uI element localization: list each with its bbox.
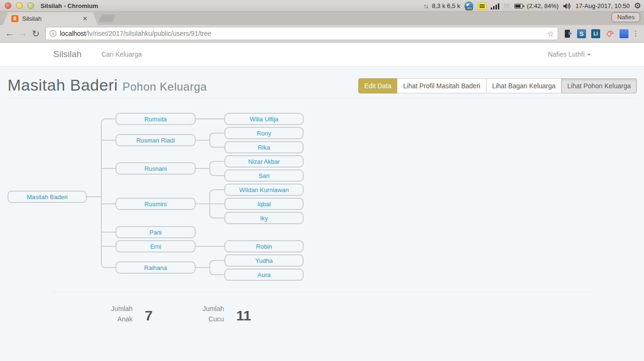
- battery-icon[interactable]: [514, 4, 523, 8]
- back-button[interactable]: ←: [3, 28, 16, 39]
- chevron-down-icon: [587, 54, 591, 56]
- settings-gear-icon[interactable]: ⚙: [634, 2, 641, 10]
- lihat-profil-button[interactable]: Lihat Profil Masitah Baderi: [397, 78, 486, 93]
- tree-node[interactable]: Aura: [224, 269, 304, 281]
- address-bar[interactable]: ⓘ localhost/lv/riset/2017/silsilahku/pub…: [45, 27, 558, 40]
- tab-title: Silsilah: [22, 15, 83, 22]
- tree-node[interactable]: Sari: [224, 169, 304, 182]
- list-indicator-icon[interactable]: [478, 2, 487, 10]
- forward-button[interactable]: →: [16, 28, 29, 39]
- tree-node[interactable]: Wildan Kurniawan: [224, 184, 304, 196]
- site-navbar: Silsilah Cari Keluarga Nafies Luthfi: [0, 42, 644, 67]
- nav-link-cari-keluarga[interactable]: Cari Keluarga: [101, 50, 142, 58]
- web-page: Silsilah Cari Keluarga Nafies Luthfi Mas…: [0, 42, 644, 361]
- s-extension-icon[interactable]: S: [577, 29, 586, 38]
- signal-bars-icon[interactable]: [491, 3, 499, 9]
- url-host: localhost: [60, 30, 86, 37]
- tab-bar: 8 Silsilah ✕ Nafies: [0, 12, 644, 25]
- os-title-bar: Silsilah - Chromium ↑↓ 8,3 k 6,5 k 289 ✉…: [0, 0, 644, 12]
- page-title: Masitah Baderi Pohon Keluarga: [8, 76, 207, 94]
- window-close-button[interactable]: [5, 2, 11, 9]
- paper-plane-icon: [466, 2, 471, 6]
- title-divider: [7, 98, 637, 99]
- lihat-pohon-button[interactable]: Lihat Pohon Keluarga: [561, 78, 637, 93]
- tree-node[interactable]: Iky: [224, 212, 304, 224]
- tree-node[interactable]: Wilia Ulfija: [224, 113, 304, 125]
- stat-jumlah-anak: JumlahAnak 7: [85, 302, 153, 324]
- tree-node[interactable]: Masitah Baderi: [8, 191, 87, 203]
- browser-menu-icon[interactable]: ⋮: [632, 32, 639, 35]
- mobile-view-extension-icon[interactable]: [563, 29, 572, 38]
- li-extension-icon[interactable]: LI: [591, 29, 600, 38]
- window-maximize-button[interactable]: [27, 2, 34, 9]
- unread-count-badge: 289: [465, 7, 473, 10]
- window-title: Silsilah - Chromium: [41, 2, 98, 9]
- tree-node[interactable]: Rony: [224, 127, 304, 139]
- tree-node[interactable]: Iqbal: [224, 198, 304, 210]
- action-button-group: Edit Data Lihat Profil Masitah Baderi Li…: [358, 78, 637, 93]
- page-subtitle: Pohon Keluarga: [123, 80, 207, 93]
- system-tray: ↑↓ 8,3 k 6,5 k 289 ✉ (2:42, 84%) 17-Aug-…: [423, 0, 641, 12]
- mail-icon[interactable]: ✉: [504, 2, 510, 10]
- bookmark-star-icon[interactable]: ☆: [547, 29, 554, 38]
- tree-node[interactable]: Erni: [116, 240, 196, 252]
- browser-tab[interactable]: 8 Silsilah ✕: [3, 12, 98, 25]
- messenger-icon[interactable]: 289: [464, 1, 473, 10]
- brand-link[interactable]: Silsilah: [53, 49, 82, 59]
- tree-node[interactable]: Rusnani: [116, 162, 196, 175]
- tree-node[interactable]: Robin: [224, 240, 304, 252]
- desktop-name-badge[interactable]: Nafies: [611, 12, 640, 22]
- page-info-icon[interactable]: ⓘ: [50, 29, 57, 38]
- tree-node[interactable]: Yudha: [224, 254, 304, 267]
- user-dropdown[interactable]: Nafies Luthfi: [548, 50, 591, 58]
- tab-close-icon[interactable]: ✕: [83, 15, 88, 22]
- network-speed-text: 8,3 k 6,5 k: [432, 2, 460, 9]
- laravel-extension-icon[interactable]: [605, 29, 614, 38]
- url-path: /lv/riset/2017/silsilahku/public/users/9…: [86, 30, 211, 37]
- battery-text: (2:42, 84%): [527, 2, 559, 9]
- stat-cucu-value: 11: [236, 302, 251, 324]
- tree-node[interactable]: Pani: [116, 226, 196, 238]
- tree-node[interactable]: Rika: [224, 141, 304, 153]
- url-text: localhost/lv/riset/2017/silsilahku/publi…: [60, 30, 211, 37]
- stat-jumlah-cucu: JumlahCucu 11: [177, 302, 251, 324]
- tree-node[interactable]: Rumsita: [116, 113, 196, 125]
- clock-text: 17-Aug-2017, 10:50: [576, 2, 630, 9]
- window-minimize-button[interactable]: [16, 2, 23, 9]
- network-arrows-icon[interactable]: ↑↓: [423, 2, 428, 9]
- tree-node[interactable]: Raihana: [116, 261, 196, 274]
- stats-divider: [53, 292, 591, 292]
- blue-square-extension-icon[interactable]: [619, 29, 628, 38]
- family-tree: Masitah BaderiRumsitaWilia UlfijaRusman …: [0, 113, 644, 289]
- browser-toolbar: ← → ↻ ⓘ localhost/lv/riset/2017/silsilah…: [0, 25, 644, 42]
- new-tab-button[interactable]: [98, 15, 116, 22]
- volume-icon[interactable]: [563, 3, 571, 9]
- tree-node[interactable]: Rusmini: [116, 198, 196, 210]
- tree-node[interactable]: Nizar Akbar: [224, 155, 304, 168]
- lihat-bagan-button[interactable]: Lihat Bagan Keluarga: [486, 78, 562, 93]
- reload-button[interactable]: ↻: [29, 28, 42, 39]
- tree-node[interactable]: Rusman Riadi: [116, 134, 196, 146]
- stat-anak-value: 7: [145, 302, 153, 324]
- xampp-favicon-icon: 8: [11, 15, 18, 22]
- edit-data-button[interactable]: Edit Data: [358, 78, 398, 93]
